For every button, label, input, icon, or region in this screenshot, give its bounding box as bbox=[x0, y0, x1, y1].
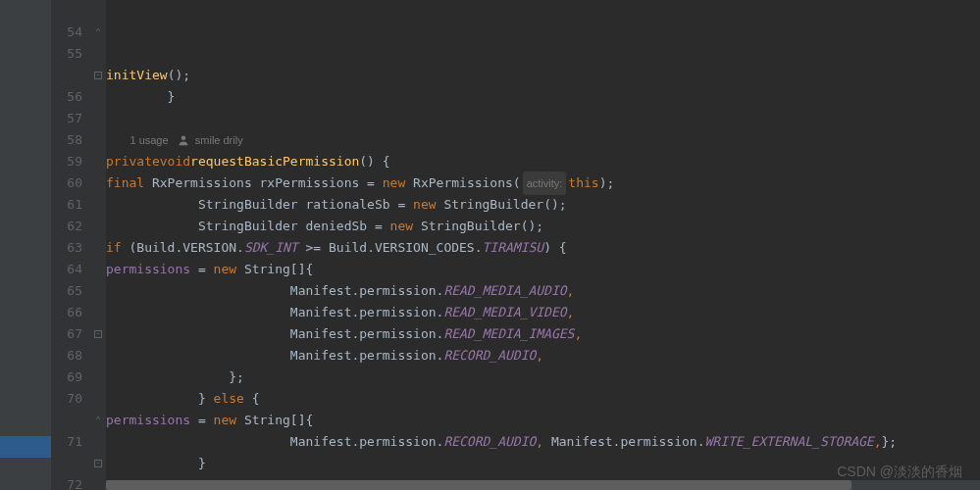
code-line[interactable]: permissions = new String[]{ bbox=[106, 259, 980, 280]
code-line[interactable]: } else { bbox=[106, 388, 980, 410]
line-number: 64 bbox=[51, 259, 82, 280]
code-line[interactable] bbox=[106, 108, 980, 129]
horizontal-scrollbar[interactable] bbox=[106, 480, 980, 490]
fold-marker[interactable] bbox=[90, 259, 106, 280]
code-line[interactable]: Manifest.permission.READ_MEDIA_IMAGES, bbox=[106, 323, 980, 345]
code-line[interactable]: initView(); bbox=[106, 65, 980, 86]
fold-gutter[interactable]: ⌃--⌃- bbox=[90, 0, 106, 490]
scrollbar-thumb[interactable] bbox=[106, 480, 851, 490]
fold-marker[interactable] bbox=[90, 280, 106, 302]
left-sidebar bbox=[0, 0, 51, 490]
fold-marker[interactable] bbox=[90, 43, 106, 65]
code-line[interactable]: private void requestBasicPermission() { bbox=[106, 151, 980, 172]
line-number bbox=[51, 0, 82, 22]
code-line[interactable]: } bbox=[106, 453, 980, 474]
line-number: 71 bbox=[51, 431, 82, 453]
line-number bbox=[51, 453, 82, 474]
fold-marker[interactable] bbox=[90, 431, 106, 453]
line-number: 70 bbox=[51, 388, 82, 410]
fold-marker[interactable] bbox=[90, 172, 106, 194]
fold-marker[interactable]: - bbox=[90, 65, 106, 86]
fold-marker[interactable] bbox=[90, 129, 106, 151]
fold-marker[interactable]: ⌃ bbox=[90, 22, 106, 43]
line-number: 67 bbox=[51, 323, 82, 345]
line-number: 56 bbox=[51, 86, 82, 108]
code-line[interactable]: Manifest.permission.READ_MEDIA_AUDIO, bbox=[106, 280, 980, 302]
code-line[interactable]: if (Build.VERSION.SDK_INT >= Build.VERSI… bbox=[106, 237, 980, 259]
fold-marker[interactable] bbox=[90, 388, 106, 410]
line-number: 58 bbox=[51, 129, 82, 151]
fold-marker[interactable] bbox=[90, 474, 106, 490]
fold-marker[interactable] bbox=[90, 345, 106, 367]
line-number: 68 bbox=[51, 345, 82, 367]
inlay-hint[interactable]: 1 usage smile drily bbox=[106, 129, 980, 151]
line-number: 72 bbox=[51, 474, 82, 490]
line-number bbox=[51, 410, 82, 431]
fold-marker[interactable] bbox=[90, 237, 106, 259]
line-number: 61 bbox=[51, 194, 82, 216]
code-line[interactable]: }; bbox=[106, 367, 980, 388]
code-editor[interactable]: 54555657585960616263646566676869707172 ⌃… bbox=[0, 0, 980, 490]
fold-marker[interactable] bbox=[90, 367, 106, 388]
fold-marker[interactable]: ⌃ bbox=[90, 410, 106, 431]
line-number: 66 bbox=[51, 302, 82, 323]
fold-marker[interactable] bbox=[90, 0, 106, 22]
code-line[interactable]: permissions = new String[]{ bbox=[106, 410, 980, 431]
line-number: 55 bbox=[51, 43, 82, 65]
line-number: 62 bbox=[51, 216, 82, 237]
sidebar-highlight bbox=[0, 436, 51, 458]
usage-hint[interactable]: 1 usage bbox=[129, 129, 168, 151]
fold-marker[interactable] bbox=[90, 86, 106, 108]
code-line[interactable]: Manifest.permission.RECORD_AUDIO, Manife… bbox=[106, 431, 980, 453]
code-line[interactable]: final RxPermissions rxPermissions = new … bbox=[106, 172, 980, 194]
fold-marker[interactable] bbox=[90, 194, 106, 216]
fold-marker[interactable] bbox=[90, 302, 106, 323]
author-hint[interactable]: smile drily bbox=[195, 129, 243, 151]
line-number bbox=[51, 65, 82, 86]
code-line[interactable]: StringBuilder deniedSb = new StringBuild… bbox=[106, 216, 980, 237]
code-line[interactable]: } bbox=[106, 86, 980, 108]
line-number: 69 bbox=[51, 367, 82, 388]
line-number: 54 bbox=[51, 22, 82, 43]
fold-marker[interactable] bbox=[90, 108, 106, 129]
line-number: 59 bbox=[51, 151, 82, 172]
code-line[interactable]: StringBuilder rationaleSb = new StringBu… bbox=[106, 194, 980, 216]
fold-marker[interactable] bbox=[90, 216, 106, 237]
line-number: 63 bbox=[51, 237, 82, 259]
fold-marker[interactable]: - bbox=[90, 453, 106, 474]
line-number: 60 bbox=[51, 172, 82, 194]
line-number: 65 bbox=[51, 280, 82, 302]
code-line[interactable]: Manifest.permission.READ_MEDIA_VIDEO, bbox=[106, 302, 980, 323]
code-area[interactable]: CSDN @淡淡的香烟 initView(); } 1 usage smile … bbox=[106, 0, 980, 490]
fold-marker[interactable] bbox=[90, 151, 106, 172]
fold-marker[interactable]: - bbox=[90, 323, 106, 345]
svg-point-0 bbox=[181, 136, 186, 141]
code-line[interactable]: Manifest.permission.RECORD_AUDIO, bbox=[106, 345, 980, 367]
line-number-gutter[interactable]: 54555657585960616263646566676869707172 bbox=[51, 0, 90, 490]
line-number: 57 bbox=[51, 108, 82, 129]
